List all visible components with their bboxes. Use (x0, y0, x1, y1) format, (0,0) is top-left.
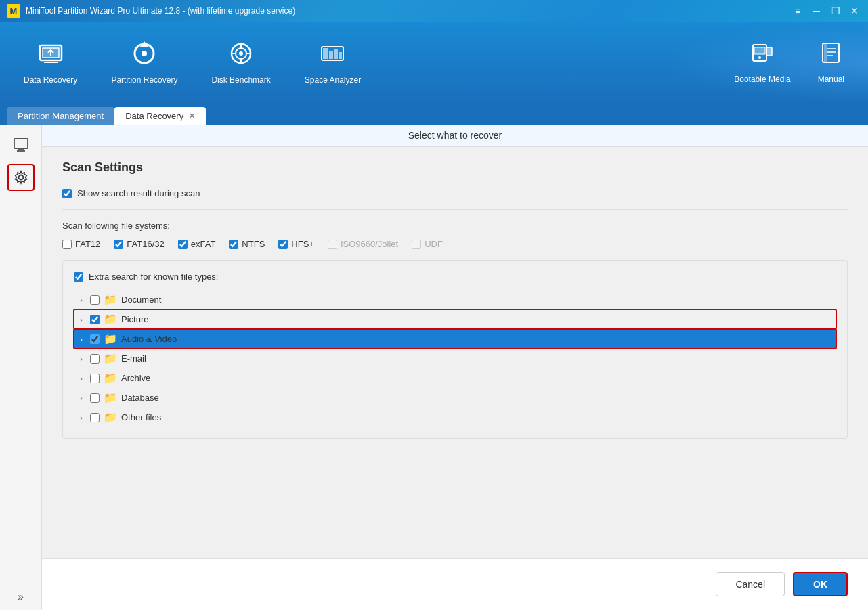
filesystem-checkboxes: FAT12 FAT16/32 exFAT NTFS (62, 239, 848, 249)
tree-item-document[interactable]: › 📁 Document (74, 290, 836, 309)
udf-label: UDF (425, 239, 443, 249)
content-wrapper: Select what to recover Scan Settings Sho… (42, 125, 868, 610)
udf-checkbox (412, 240, 421, 249)
toolbar-item-disk-benchmark[interactable]: Disk Benchmark (201, 33, 280, 91)
picture-label: Picture (121, 314, 148, 324)
fat16-32-label[interactable]: FAT16/32 (127, 239, 164, 249)
folder-picture-icon: 📁 (104, 313, 117, 326)
svg-rect-16 (329, 51, 333, 59)
other-files-label: Other files (121, 412, 161, 422)
minimize-button[interactable]: ─ (810, 5, 823, 16)
svg-point-9 (239, 51, 243, 56)
sidebar-computer-icon[interactable] (7, 131, 35, 158)
bootable-media-icon (750, 41, 775, 70)
show-search-checkbox[interactable] (62, 189, 72, 198)
space-analyzer-icon (319, 40, 346, 71)
data-recovery-label: Data Recovery (24, 75, 77, 85)
fat12-label[interactable]: FAT12 (75, 239, 100, 249)
audio-video-checkbox[interactable] (90, 334, 100, 344)
toolbar-manual[interactable]: Manual (808, 34, 854, 91)
manual-label: Manual (818, 74, 844, 84)
tree-item-other-files[interactable]: › 📁 Other files (74, 408, 836, 427)
fat16-32-checkbox[interactable] (114, 240, 123, 249)
fs-udf: UDF (412, 239, 443, 249)
exfat-checkbox[interactable] (178, 240, 188, 249)
restore-button[interactable]: ❐ (829, 5, 842, 16)
email-checkbox[interactable] (90, 354, 100, 364)
tab-data-recovery[interactable]: Data Recovery ✕ (114, 107, 206, 125)
file-types-header: Extra search for known file types: (74, 271, 836, 282)
hfs-plus-checkbox[interactable] (278, 240, 288, 249)
expand-icon[interactable]: » (14, 588, 27, 606)
document-label: Document (121, 295, 161, 305)
fs-section-label: Scan following file systems: (62, 221, 848, 231)
extra-search-label[interactable]: Extra search for known file types: (89, 271, 218, 282)
extra-search-checkbox[interactable] (74, 272, 83, 282)
database-checkbox[interactable] (90, 393, 100, 403)
fat12-checkbox[interactable] (62, 240, 72, 249)
archive-checkbox[interactable] (90, 374, 100, 383)
svg-rect-20 (754, 47, 765, 54)
toolbar: Data Recovery Partition Recovery (0, 22, 868, 103)
toolbar-item-data-recovery[interactable]: Data Recovery (14, 33, 87, 91)
svg-rect-28 (14, 139, 28, 148)
svg-point-21 (758, 56, 761, 59)
cancel-button[interactable]: Cancel (716, 572, 785, 596)
svg-rect-17 (334, 49, 338, 59)
data-recovery-icon (37, 40, 64, 71)
chevron-email-icon: › (77, 355, 86, 363)
ntfs-label[interactable]: NTFS (242, 239, 265, 249)
show-search-label[interactable]: Show search result during scan (77, 188, 200, 198)
ntfs-checkbox[interactable] (229, 240, 238, 249)
fs-hfs-plus: HFS+ (278, 239, 314, 249)
tab-partition-management[interactable]: Partition Management (7, 107, 114, 125)
tree-item-picture[interactable]: › 📁 Picture (74, 309, 836, 329)
menu-button[interactable]: ≡ (791, 5, 804, 16)
tabs-bar: Partition Management Data Recovery ✕ (0, 103, 868, 125)
database-label: Database (121, 393, 159, 403)
svg-rect-15 (323, 48, 328, 59)
app-title: MiniTool Partition Wizard Pro Ultimate 1… (26, 6, 295, 16)
toolbar-right: Bootable Media Manual (724, 34, 854, 91)
partition-recovery-label: Partition Recovery (111, 75, 177, 85)
close-button[interactable]: ✕ (848, 5, 861, 16)
tree-item-email[interactable]: › 📁 E-mail (74, 349, 836, 368)
toolbar-bootable-media[interactable]: Bootable Media (724, 34, 800, 91)
hfs-plus-label[interactable]: HFS+ (291, 239, 314, 249)
exfat-label[interactable]: exFAT (191, 239, 216, 249)
svg-rect-24 (824, 43, 827, 62)
tree-item-database[interactable]: › 📁 Database (74, 388, 836, 408)
iso9660-label: ISO9660/Joliet (341, 239, 398, 249)
bootable-media-label: Bootable Media (734, 74, 790, 84)
sidebar-settings-icon[interactable] (7, 164, 35, 191)
fs-fat12: FAT12 (62, 239, 100, 249)
fs-exfat: exFAT (178, 239, 216, 249)
manual-icon (819, 41, 843, 70)
document-checkbox[interactable] (90, 295, 100, 305)
content-body: Scan Settings Show search result during … (42, 147, 868, 452)
partition-recovery-icon (131, 40, 158, 71)
scan-settings-title: Scan Settings (62, 160, 848, 175)
fs-fat16-32: FAT16/32 (114, 239, 164, 249)
tree-item-archive[interactable]: › 📁 Archive (74, 368, 836, 388)
picture-checkbox[interactable] (90, 315, 100, 324)
content-header: Select what to recover (42, 125, 868, 147)
sidebar-bottom: » (14, 591, 27, 603)
other-files-checkbox[interactable] (90, 413, 100, 422)
folder-email-icon: 📁 (104, 352, 117, 365)
tree-item-audio-video[interactable]: › 📁 Audio & Video (74, 329, 836, 349)
audio-video-label: Audio & Video (121, 334, 177, 344)
subtitle: Select what to recover (408, 130, 502, 141)
iso9660-checkbox (328, 240, 337, 249)
fs-ntfs: NTFS (229, 239, 265, 249)
ok-button[interactable]: OK (793, 572, 848, 596)
chevron-database-icon: › (77, 394, 86, 402)
toolbar-item-space-analyzer[interactable]: Space Analyzer (295, 33, 371, 91)
tab-close-icon[interactable]: ✕ (189, 112, 195, 121)
chevron-other-files-icon: › (77, 414, 86, 422)
disk-benchmark-label: Disk Benchmark (211, 75, 270, 85)
chevron-audio-video-icon: › (77, 335, 86, 343)
toolbar-item-partition-recovery[interactable]: Partition Recovery (101, 33, 188, 91)
window-controls: ≡ ─ ❐ ✕ (791, 5, 861, 16)
chevron-picture-icon: › (77, 315, 86, 324)
